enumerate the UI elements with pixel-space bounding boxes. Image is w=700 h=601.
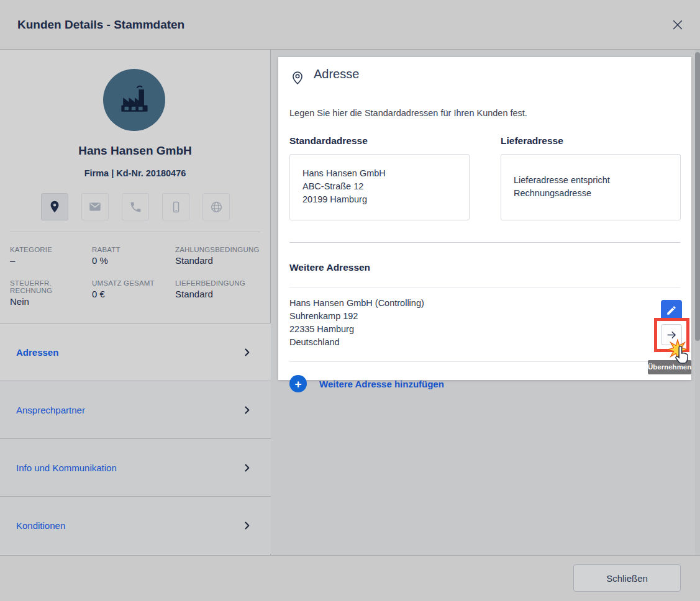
- chevron-right-icon: [242, 463, 252, 473]
- dialog-header: Kunden Details - Stammdaten: [0, 0, 700, 50]
- main-content: Adresse Legen Sie hier die Standardadres…: [271, 50, 700, 555]
- scrollbar-track[interactable]: [695, 50, 700, 555]
- delivery-address-heading: Lieferadresse: [501, 135, 563, 147]
- customer-attributes: KATEGORIE – RABATT 0 % ZAHLUNGSBEDINGUNG…: [10, 246, 262, 307]
- additional-address-entry: Hans Hansen GmbH (Controlling) Suhrenkam…: [289, 297, 424, 349]
- sidebar-item-ansprechpartner[interactable]: Ansprechpartner: [0, 381, 271, 438]
- attribute-rabatt: RABATT 0 %: [92, 246, 175, 266]
- phone-icon: [129, 201, 142, 214]
- chevron-right-icon: [242, 520, 252, 531]
- attribute-steuerfr-rechnung: STEUERFR. RECHNUNG Nein: [10, 279, 92, 307]
- attribute-lieferbedingung: LIEFERBEDINGUNG Standard: [175, 279, 262, 307]
- sidebar-item-label: Konditionen: [16, 520, 242, 531]
- divider: [289, 242, 680, 243]
- sidebar-item-konditionen[interactable]: Konditionen: [0, 496, 271, 554]
- location-pin-icon: [48, 200, 61, 214]
- attribute-kategorie: KATEGORIE –: [10, 246, 92, 266]
- plus-icon: +: [289, 375, 307, 392]
- delivery-address-box: Lieferadresse entspricht Rechnungsadress…: [501, 154, 681, 220]
- address-line: Rechnungsadresse: [514, 187, 668, 200]
- section-intro: Legen Sie hier die Standardadressen für …: [289, 108, 527, 118]
- email-button[interactable]: [81, 193, 109, 220]
- profile-divider: [10, 232, 260, 232]
- customer-sidebar: Hans Hansen GmbH Firma | Kd-Nr. 20180476: [0, 50, 271, 555]
- address-line: 22335 Hamburg: [289, 323, 424, 336]
- sidebar-item-label: Info und Kommunikation: [16, 463, 242, 473]
- address-card-panel: Adresse Legen Sie hier die Standardadres…: [278, 57, 691, 380]
- dialog-title: Kunden Details - Stammdaten: [17, 0, 184, 50]
- map-pin-outline-icon: [289, 70, 306, 86]
- customer-name: Hans Hansen GmbH: [0, 144, 270, 158]
- sidebar-item-label: Ansprechpartner: [16, 405, 242, 415]
- sidebar-item-adressen[interactable]: Adressen: [0, 323, 271, 381]
- address-line: Lieferadresse entspricht: [514, 174, 668, 187]
- tooltip: Übernehmen: [648, 360, 691, 374]
- address-line: ABC-Straße 12: [302, 180, 457, 193]
- customer-details-dialog: Kunden Details - Stammdaten: [0, 0, 700, 601]
- more-addresses-heading: Weitere Adressen: [289, 262, 370, 273]
- divider: [289, 361, 680, 362]
- attribute-umsatz-gesamt: UMSATZ GESAMT 0 €: [92, 279, 175, 307]
- add-address-label: Weitere Adresse hinzufügen: [319, 379, 444, 389]
- add-address-button[interactable]: + Weitere Adresse hinzufügen: [289, 375, 444, 392]
- chevron-right-icon: [242, 347, 252, 358]
- attribute-zahlungsbedingung: ZAHLUNGSBEDINGUNG Standard: [175, 246, 262, 266]
- website-button[interactable]: [202, 193, 230, 220]
- close-dialog-button[interactable]: [669, 16, 686, 34]
- phone-button[interactable]: [122, 193, 149, 220]
- customer-meta: Firma | Kd-Nr. 20180476: [0, 168, 270, 178]
- standard-address-heading: Standardadresse: [289, 135, 368, 147]
- address-line: Deutschland: [289, 336, 424, 349]
- annotation-highlight-box: [654, 318, 689, 352]
- section-title: Adresse: [314, 67, 359, 81]
- globe-icon: [210, 201, 223, 214]
- address-line: Hans Hansen GmbH: [302, 167, 457, 180]
- pencil-icon: [666, 305, 677, 316]
- dialog-footer: Schließen: [0, 555, 700, 601]
- schliessen-button[interactable]: Schließen: [573, 564, 681, 592]
- mobile-button[interactable]: [162, 193, 189, 220]
- contact-button-row: [41, 193, 230, 220]
- company-avatar: [103, 69, 165, 131]
- standard-address-box: Hans Hansen GmbH ABC-Straße 12 20199 Ham…: [289, 154, 470, 220]
- address-line: 20199 Hamburg: [302, 193, 457, 206]
- email-icon: [88, 200, 102, 214]
- close-icon: [671, 18, 684, 32]
- factory-icon: [116, 81, 153, 119]
- divider: [289, 287, 680, 287]
- sidebar-item-info-und-kommunikation[interactable]: Info und Kommunikation: [0, 438, 271, 496]
- mobile-phone-icon: [170, 201, 183, 214]
- sidebar-item-label: Adressen: [16, 347, 242, 358]
- location-button[interactable]: [41, 193, 68, 220]
- address-line: Hans Hansen GmbH (Controlling): [289, 297, 424, 310]
- scrollbar-thumb[interactable]: [695, 52, 700, 341]
- chevron-right-icon: [242, 405, 252, 415]
- address-line: Suhrenkamp 192: [289, 310, 424, 323]
